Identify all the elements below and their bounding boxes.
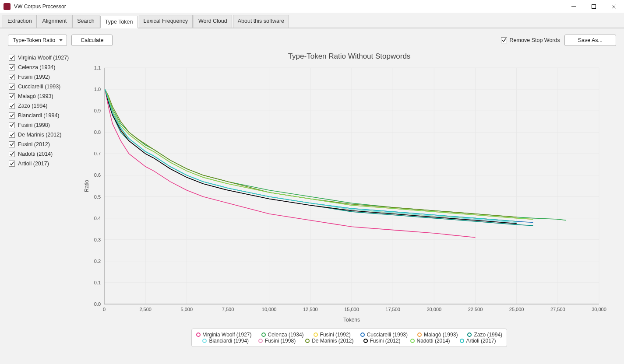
svg-text:0.1: 0.1 [94,280,101,285]
checkbox-icon [9,64,15,70]
series-line [105,89,533,222]
svg-text:0.6: 0.6 [94,172,101,178]
legend-label: Fusini (1992) [320,332,351,338]
legend: Virginia Woolf (1927)Celenza (1934)Fusin… [191,329,507,347]
series-toggle[interactable]: Zazo (1994) [9,101,82,111]
svg-text:0.3: 0.3 [94,237,101,242]
svg-text:12,500: 12,500 [303,307,318,312]
series-line [105,89,566,220]
save-as-button[interactable]: Save As... [564,35,616,46]
series-toggle[interactable]: Fusini (1992) [9,72,82,82]
svg-text:2,500: 2,500 [139,307,152,312]
series-label: Bianciardi (1994) [18,112,60,119]
checkbox-icon [9,122,15,128]
ratio-dropdown[interactable]: Type-Token Ratio [8,35,67,46]
remove-stopwords-checkbox[interactable]: Remove Stop Words [501,37,560,43]
checkbox-icon [9,112,15,119]
legend-item[interactable]: Celenza (1934) [261,332,304,338]
legend-item[interactable]: Fusini (2012) [363,338,401,344]
svg-text:0.4: 0.4 [94,216,101,221]
checkbox-icon [9,151,15,157]
legend-dot-icon [410,339,415,343]
series-toggle[interactable]: De Marinis (2012) [9,130,82,140]
svg-text:22,500: 22,500 [468,307,483,312]
legend-dot-icon [360,332,365,337]
series-line [105,89,517,222]
series-label: De Marinis (2012) [18,132,61,138]
legend-label: Fusini (2012) [370,338,401,344]
legend-item[interactable]: Bianciardi (1994) [202,338,249,344]
tab-alignment[interactable]: Alignment [38,15,72,28]
series-toggle[interactable]: Celenza (1934) [9,63,82,72]
series-label: Malagò (1993) [18,93,53,99]
checkbox-icon [9,132,15,138]
checkbox-icon [9,141,15,147]
svg-text:0.8: 0.8 [94,130,101,135]
chart-title: Type-Token Ratio Without Stopwords [82,50,616,63]
legend-label: Celenza (1934) [268,332,304,338]
line-chart[interactable]: 02,5005,0007,50010,00012,50015,00017,500… [82,63,608,326]
legend-item[interactable]: Cucciarelli (1993) [360,332,408,338]
svg-text:30,000: 30,000 [592,307,606,312]
tab-extraction[interactable]: Extraction [3,15,37,28]
svg-text:5,000: 5,000 [181,307,193,312]
series-toggle[interactable]: Virginia Woolf (1927) [9,53,82,63]
series-label: Virginia Woolf (1927) [18,55,69,61]
maximize-button[interactable] [584,0,604,13]
series-toggle[interactable]: Fusini (1998) [9,120,82,130]
series-line [105,89,476,238]
legend-label: Malagò (1993) [424,332,458,338]
checkbox-icon [9,55,15,61]
close-button[interactable] [604,0,624,13]
series-label: Zazo (1994) [18,103,47,109]
series-toggle[interactable]: Bianciardi (1994) [9,111,82,120]
svg-text:27,500: 27,500 [550,307,565,312]
titlebar: VW Corpus Processor [0,0,624,13]
legend-dot-icon [196,332,201,337]
legend-dot-icon [314,332,318,337]
tab-about-this-software[interactable]: About this software [233,15,289,28]
minimize-button[interactable] [564,0,584,13]
checkbox-icon [9,93,15,99]
series-toggle[interactable]: Fusini (2012) [9,140,82,149]
legend-dot-icon [363,339,368,343]
series-toggle[interactable]: Nadotti (2014) [9,149,82,159]
series-list: Virginia Woolf (1927)Celenza (1934)Fusin… [8,50,82,360]
legend-item[interactable]: Fusini (1992) [314,332,351,338]
svg-text:20,000: 20,000 [427,307,442,312]
legend-label: Zazo (1994) [474,332,502,338]
svg-text:25,000: 25,000 [509,307,524,312]
svg-text:1.0: 1.0 [94,87,101,92]
legend-item[interactable]: Malagò (1993) [417,332,458,338]
legend-item[interactable]: De Marinis (2012) [305,338,353,344]
checkbox-icon [9,161,15,167]
series-label: Celenza (1934) [18,64,55,70]
series-label: Nadotti (2014) [18,151,53,157]
svg-text:7,500: 7,500 [222,307,234,312]
checkbox-icon [9,103,15,109]
series-line [105,89,517,221]
tab-word-cloud[interactable]: Word Cloud [194,15,232,28]
legend-dot-icon [261,332,266,337]
legend-item[interactable]: Nadotti (2014) [410,338,450,344]
app-icon [4,3,11,10]
svg-text:Ratio: Ratio [84,180,90,192]
legend-dot-icon [460,339,464,343]
legend-item[interactable]: Virginia Woolf (1927) [196,332,252,338]
tab-lexical-frequency[interactable]: Lexical Frequency [139,15,193,28]
checkbox-icon [9,74,15,80]
tabbar: ExtractionAlignmentSearchType TokenLexic… [0,13,624,28]
series-toggle[interactable]: Artioli (2017) [9,159,82,168]
tab-type-token[interactable]: Type Token [100,16,138,28]
legend-item[interactable]: Fusini (1998) [258,338,296,344]
calculate-button[interactable]: Calculate [71,35,113,46]
legend-label: Artioli (2017) [466,338,496,344]
series-toggle[interactable]: Malagò (1993) [9,91,82,101]
legend-label: Cucciarelli (1993) [367,332,408,338]
legend-item[interactable]: Artioli (2017) [460,338,496,344]
legend-item[interactable]: Zazo (1994) [467,332,502,338]
svg-text:0.9: 0.9 [94,108,101,113]
series-toggle[interactable]: Cucciarelli (1993) [9,82,82,91]
checkbox-icon [9,84,15,90]
tab-search[interactable]: Search [72,15,99,28]
